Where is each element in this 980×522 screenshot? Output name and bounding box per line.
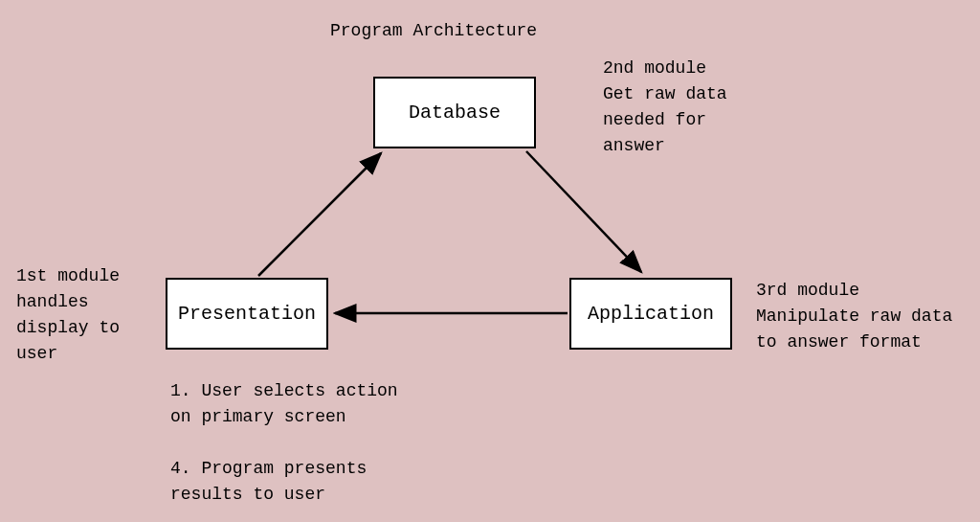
diagram-title: Program Architecture bbox=[330, 21, 537, 40]
second-module-annotation: 2nd module Get raw data needed for answe… bbox=[603, 56, 727, 159]
third-module-annotation: 3rd module Manipulate raw data to answer… bbox=[756, 278, 952, 355]
application-box-label: Application bbox=[588, 303, 714, 325]
arrow-presentation-to-database bbox=[258, 153, 381, 276]
arrow-database-to-application bbox=[526, 151, 641, 272]
bottom-annotation: 1. User selects action on primary screen… bbox=[170, 378, 398, 508]
application-box: Application bbox=[569, 278, 732, 350]
database-box-label: Database bbox=[409, 102, 501, 124]
presentation-box-label: Presentation bbox=[178, 303, 316, 325]
database-box: Database bbox=[373, 77, 536, 148]
presentation-box: Presentation bbox=[166, 278, 328, 350]
first-module-annotation: 1st module handles display to user bbox=[16, 263, 120, 367]
